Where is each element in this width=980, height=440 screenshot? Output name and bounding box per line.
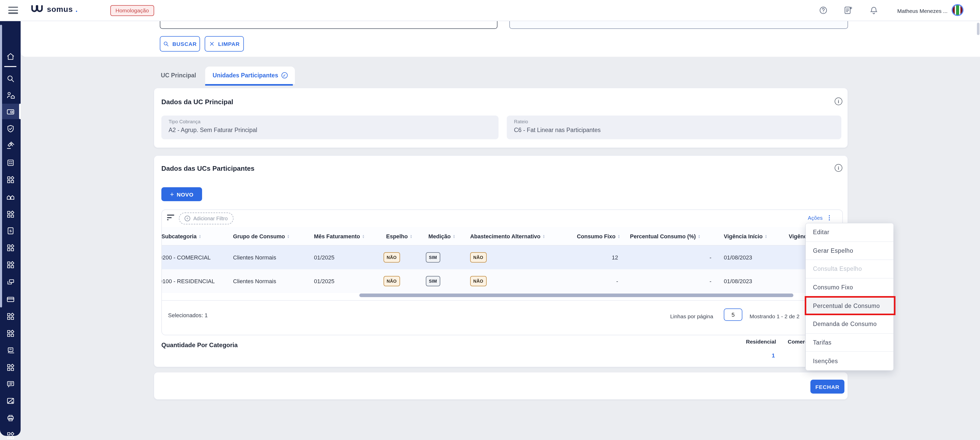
sidebar-item-calculator-icon[interactable]	[6, 158, 15, 167]
limpar-label: LIMPAR	[218, 41, 240, 47]
sidebar-scrollbar[interactable]	[0, 25, 2, 308]
acoes-button[interactable]: Ações ⋮	[808, 214, 832, 221]
sidebar-item-search-icon[interactable]	[6, 74, 15, 83]
field-label: Tipo Cobrança	[169, 119, 200, 124]
user-name[interactable]: Matheus Menezes ...	[883, 8, 948, 14]
quantidade-val-residencial: 1	[772, 352, 775, 359]
fechar-button[interactable]: FECHAR	[810, 379, 845, 394]
adicionar-filtro-button[interactable]: + Adicionar Filtro	[179, 212, 233, 225]
search-form-band: BUSCAR LIMPAR	[21, 21, 980, 57]
col-consumo-fixo[interactable]: Consumo Fixo▲▼	[577, 227, 620, 246]
limpar-button[interactable]: LIMPAR	[205, 36, 244, 52]
help-icon[interactable]	[819, 6, 828, 15]
rows-per-page-label: Linhas por página	[670, 313, 713, 319]
sidebar-item-user-home-icon[interactable]	[6, 91, 15, 100]
footer-card: FECHAR	[154, 372, 848, 400]
abastecimento-badge: NÃO	[470, 276, 487, 286]
hamburger-menu-icon[interactable]	[8, 7, 18, 14]
field-tipo-cobranca: Tipo Cobrança A2 - Agrup. Sem Faturar Pr…	[161, 116, 498, 139]
sidebar-item-image-icon[interactable]	[6, 397, 15, 405]
field-rateio: Rateio C6 - Fat Linear nas Participantes	[507, 116, 841, 139]
sidebar-item-device-icon[interactable]	[6, 346, 15, 355]
menu-item-tarifas[interactable]: Tarifas	[806, 333, 893, 352]
selected-count: Selecionados: 1	[168, 312, 208, 318]
novo-button[interactable]: + NOVO	[161, 187, 202, 201]
kebab-menu-icon: ⋮	[826, 214, 832, 221]
menu-item-percentual-de-consumo[interactable]: Percentual de Consumo	[806, 297, 893, 315]
col-percentual-consumo[interactable]: Percentual Consumo (%)▲▼	[630, 227, 700, 246]
sidebar-item-printer-icon[interactable]	[6, 414, 15, 422]
menu-item-isencoes[interactable]: Isenções	[806, 352, 893, 370]
field-label: Rateio	[514, 119, 528, 124]
top-bar: somus. Homologação Matheus Menezes ...	[0, 0, 980, 21]
section-title: Dados da UC Principal	[161, 98, 233, 106]
sidebar-item-home-icon[interactable]	[6, 52, 15, 61]
sidebar-item-modules-icon[interactable]	[6, 431, 15, 440]
showing-range: Mostrando 1 - 2 de 2	[749, 313, 800, 319]
check-circle-icon: ✓	[281, 72, 287, 78]
avatar[interactable]	[951, 4, 964, 16]
espelho-badge: NÃO	[383, 252, 400, 263]
tab-uc-principal[interactable]: UC Principal	[161, 72, 196, 78]
sidebar-item-modules-icon[interactable]	[6, 175, 15, 184]
sidebar-item-wallet-icon[interactable]	[6, 107, 15, 116]
col-vigencia-inicio[interactable]: Vigência Início▲▼	[724, 227, 767, 246]
info-icon[interactable]: i	[835, 97, 842, 105]
menu-item-consumo-fixo[interactable]: Consumo Fixo	[806, 279, 893, 297]
sidebar-item-modules-icon[interactable]	[6, 329, 15, 338]
col-subcategoria[interactable]: Subcategoria▲▼	[163, 227, 201, 246]
card-dados-ucs-participantes: Dados das UCs Participantes i + NOVO + A…	[154, 155, 848, 367]
col-abastecimento[interactable]: Abastecimento Alternativo▲▼	[470, 227, 545, 246]
adicionar-filtro-label: Adicionar Filtro	[193, 215, 228, 221]
sidebar-item-shield-check-icon[interactable]	[6, 124, 15, 133]
sidebar-divider	[4, 66, 16, 67]
tab-unidades-label: Unidades Participantes	[213, 72, 278, 78]
sidebar-item-modules-icon[interactable]	[6, 260, 15, 269]
sidebar-item-modules-icon[interactable]	[6, 363, 15, 372]
buscar-button[interactable]: BUSCAR	[160, 36, 200, 52]
menu-item-editar[interactable]: Editar	[806, 223, 893, 242]
col-medicao[interactable]: Medição▲▼	[428, 227, 455, 246]
sidebar	[0, 21, 21, 436]
sidebar-item-modules-icon[interactable]	[6, 312, 15, 321]
table-row[interactable]: 0200 - COMERCIAL Clientes Normais 01/202…	[162, 246, 842, 269]
card-dados-uc-principal: Dados da UC Principal i Tipo Cobrança A2…	[154, 88, 848, 148]
col-espelho[interactable]: Espelho▲▼	[386, 227, 412, 246]
table-row[interactable]: 0100 - RESIDENCIAL Clientes Normais 01/2…	[162, 269, 842, 293]
note-add-icon[interactable]	[843, 6, 853, 15]
menu-item-gerar-espelho[interactable]: Gerar Espelho	[806, 242, 893, 260]
brand-dot: .	[76, 5, 78, 13]
page-size-select[interactable]: 5	[724, 308, 742, 321]
sidebar-item-chat-icon[interactable]	[6, 379, 15, 388]
search-field-1[interactable]	[160, 21, 498, 29]
buscar-label: BUSCAR	[172, 41, 197, 47]
sidebar-item-houses-icon[interactable]	[6, 192, 15, 201]
sidebar-active-bar	[19, 104, 21, 119]
table-toolbar: + Adicionar Filtro Ações ⋮	[162, 210, 842, 227]
sidebar-item-card-icon[interactable]	[6, 295, 15, 304]
sidebar-item-gavel-icon[interactable]	[6, 141, 15, 150]
search-field-2[interactable]	[509, 21, 848, 29]
sidebar-item-document-s-icon[interactable]	[6, 226, 15, 235]
bell-icon[interactable]	[869, 6, 878, 15]
filter-icon[interactable]	[167, 215, 175, 222]
acoes-label: Ações	[808, 215, 823, 220]
info-icon[interactable]: i	[835, 164, 842, 172]
col-grupo-consumo[interactable]: Grupo de Consumo▲▼	[233, 227, 290, 246]
sidebar-item-modules-icon[interactable]	[6, 244, 15, 252]
col-mes-faturamento[interactable]: Mês Faturamento▲▼	[314, 227, 365, 246]
sidebar-item-modules-icon[interactable]	[6, 210, 15, 219]
sidebar-item-layers-icon[interactable]	[6, 278, 15, 287]
plus-circle-icon: +	[185, 215, 190, 221]
brand-name: somus	[47, 5, 73, 13]
page-scrollbar-thumb[interactable]	[977, 23, 980, 35]
menu-item-demanda-de-consumo[interactable]: Demanda de Consumo	[806, 315, 893, 333]
espelho-badge: NÃO	[383, 276, 400, 286]
tab-unidades-participantes[interactable]: Unidades Participantes ✓	[205, 67, 295, 84]
search-icon	[163, 41, 169, 47]
environment-badge: Homologação	[110, 5, 154, 16]
novo-label: NOVO	[177, 191, 193, 197]
horizontal-scrollbar[interactable]	[359, 293, 793, 297]
active-tab-underline	[205, 84, 293, 85]
table-footer: Selecionados: 1 Linhas por página 5 Most…	[162, 300, 842, 335]
